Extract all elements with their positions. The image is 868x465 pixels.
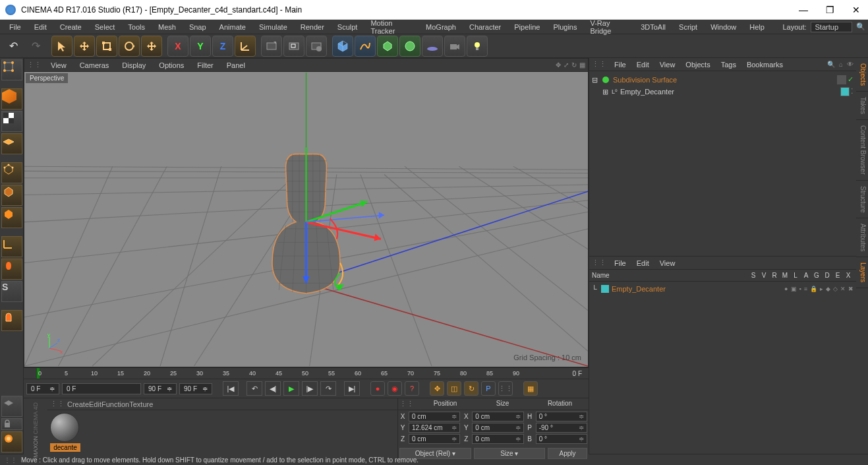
add-cube-button[interactable] <box>332 36 353 57</box>
rot-p-field[interactable]: -90 °≑ <box>536 423 587 433</box>
tag-check-icon[interactable]: ✓ <box>848 75 854 84</box>
layer-xref-icon[interactable]: ✖ <box>848 286 854 292</box>
move-tool[interactable] <box>74 36 95 57</box>
model-mode-button[interactable] <box>1 88 22 109</box>
make-editable-button[interactable] <box>1 59 22 80</box>
pos-z-field[interactable]: 0 cm≑ <box>409 434 460 444</box>
motion-clip-button[interactable]: ▦ <box>523 381 538 396</box>
objects-menu-edit[interactable]: Edit <box>631 61 654 69</box>
maximize-button[interactable]: ❐ <box>823 3 836 16</box>
objects-menu-bookmarks[interactable]: Bookmarks <box>741 61 788 69</box>
object-row-decanter[interactable]: ⊞ L⁰ Empty_Decanter ⁚ <box>592 86 854 98</box>
layer-render-icon[interactable]: ▪ <box>799 286 801 292</box>
key-param-button[interactable]: P <box>481 381 496 396</box>
tab-layers[interactable]: Layers <box>856 257 868 288</box>
size-x-field[interactable]: 0 cm≑ <box>472 412 523 421</box>
recent-tool[interactable] <box>141 36 162 57</box>
tab-structure[interactable]: Structure <box>856 181 868 219</box>
objects-eye-icon[interactable]: 👁 <box>847 61 854 68</box>
render-view-button[interactable] <box>261 36 282 57</box>
key-scale-button[interactable]: ◫ <box>447 381 461 396</box>
render-region-button[interactable] <box>283 36 304 57</box>
tag-visibility[interactable] <box>837 75 846 84</box>
rot-h-field[interactable]: 0 °≑ <box>536 412 587 421</box>
layer-expr-icon[interactable]: ✕ <box>840 286 846 292</box>
autokey-button[interactable]: ◉ <box>388 381 402 396</box>
material-menu-edit[interactable]: Edit <box>89 400 101 408</box>
record-button[interactable]: ● <box>370 381 385 396</box>
menu-render[interactable]: Render <box>294 20 331 34</box>
tag-dots-icon[interactable]: ⁚ <box>851 87 854 96</box>
key-pla-button[interactable]: ⋮⋮ <box>498 381 513 396</box>
tab-takes[interactable]: Takes <box>856 92 868 120</box>
layer-expand-icon[interactable]: └ <box>592 285 598 293</box>
prev-key-button[interactable]: ↶ <box>246 381 262 396</box>
pos-y-field[interactable]: 12.624 cm≑ <box>409 423 460 433</box>
filter-button[interactable] <box>1 396 22 417</box>
menu-animate[interactable]: Animate <box>213 20 252 34</box>
material-menu-function[interactable]: Function <box>101 400 129 408</box>
tab-content-browser[interactable]: Content Browser <box>856 120 868 180</box>
add-deformer-button[interactable] <box>399 36 420 57</box>
locked-workplane-button[interactable] <box>1 310 22 331</box>
add-spline-button[interactable] <box>355 36 376 57</box>
redo-button[interactable]: ↷ <box>25 36 46 57</box>
snap-button[interactable]: S <box>1 281 22 302</box>
layer-manager-icon[interactable]: ≡ <box>804 286 807 292</box>
coordinate-system-button[interactable] <box>235 36 256 57</box>
layer-solo-icon[interactable]: ● <box>784 286 788 292</box>
layer-color-swatch[interactable] <box>601 285 609 293</box>
layers-grip-icon[interactable]: ⋮⋮ <box>592 259 606 267</box>
viewport-menu-display[interactable]: Display <box>115 61 152 69</box>
menu-edit[interactable]: Edit <box>28 20 53 34</box>
key-rot-button[interactable]: ↻ <box>464 381 478 396</box>
menu-create[interactable]: Create <box>53 20 88 34</box>
rot-b-field[interactable]: 0 °≑ <box>536 434 587 444</box>
coord-size-select[interactable]: Size ▾ <box>474 448 546 459</box>
pos-x-field[interactable]: 0 cm≑ <box>409 412 460 421</box>
frame-start-field[interactable]: 0 F≑ <box>26 383 59 394</box>
keyframe-sel-button[interactable]: ? <box>405 381 419 396</box>
material-menu-create[interactable]: Create <box>67 400 89 408</box>
close-button[interactable]: ✕ <box>850 3 863 16</box>
coord-apply-button[interactable]: Apply <box>548 448 587 459</box>
menu-3dtoall[interactable]: 3DToAll <box>634 20 672 34</box>
viewport-zoom-icon[interactable]: ⤢ <box>564 61 569 69</box>
menu-select[interactable]: Select <box>88 20 122 34</box>
viewport-layout-icon[interactable]: ▦ <box>579 61 585 69</box>
prev-frame-button[interactable]: ◀| <box>265 381 281 396</box>
misc-button[interactable] <box>1 431 22 452</box>
material-menu-texture[interactable]: Texture <box>129 400 153 408</box>
frame-in-field[interactable]: 0 F <box>62 383 141 394</box>
objects-menu-objects[interactable]: Objects <box>680 61 715 69</box>
object-row-subdiv[interactable]: ⊟ Subdivision Surface ✓ <box>592 74 854 86</box>
points-mode-button[interactable] <box>1 162 22 183</box>
layer-lock-icon[interactable]: 🔒 <box>810 286 817 292</box>
timeline-ruler[interactable]: 0 5 10 15 20 25 30 35 40 45 50 55 60 65 … <box>24 367 589 379</box>
material-grip-icon[interactable]: ⋮⋮ <box>50 400 65 408</box>
menu-script[interactable]: Script <box>672 20 704 34</box>
menu-snap[interactable]: Snap <box>183 20 213 34</box>
minimize-button[interactable]: — <box>797 3 810 16</box>
object-tree[interactable]: ⊟ Subdivision Surface ✓ ⊞ L⁰ Empty_Decan… <box>589 71 856 256</box>
add-light-button[interactable] <box>467 36 488 57</box>
go-start-button[interactable]: |◀ <box>223 381 239 396</box>
objects-menu-file[interactable]: File <box>609 61 631 69</box>
objects-grip-icon[interactable]: ⋮⋮ <box>592 60 606 69</box>
tag-layer[interactable] <box>840 87 850 96</box>
key-pos-button[interactable]: ✥ <box>430 381 444 396</box>
edges-mode-button[interactable] <box>1 185 22 206</box>
objects-search-icon[interactable]: 🔍 <box>827 61 835 68</box>
undo-button[interactable]: ↶ <box>3 36 24 57</box>
menu-window[interactable]: Window <box>704 20 743 34</box>
layer-row[interactable]: └ Empty_Decanter ● ▣ ▪ ≡ 🔒 ▸ ◆ ◇ ✕ <box>592 283 854 295</box>
expand-icon[interactable]: ⊞ <box>602 88 609 96</box>
viewport-menu-panel[interactable]: Panel <box>220 61 252 69</box>
viewport[interactable]: Perspective <box>24 72 588 367</box>
tab-attributes[interactable]: Attributes <box>856 218 868 257</box>
frame-current-field[interactable]: 90 F≑ <box>179 383 212 394</box>
viewport-nav-icon[interactable]: ✥ <box>556 61 561 69</box>
material-swatch[interactable]: decante <box>50 413 80 458</box>
tab-objects[interactable]: Objects <box>856 58 868 92</box>
layer-anim-icon[interactable]: ▸ <box>820 286 823 292</box>
